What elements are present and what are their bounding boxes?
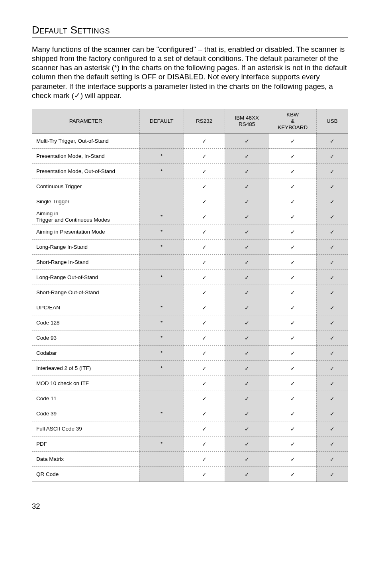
rs232-cell: ✓ bbox=[184, 209, 225, 224]
ibm-cell: ✓ bbox=[225, 421, 269, 437]
parameter-cell: Presentation Mode, Out-of-Stand bbox=[32, 164, 140, 179]
kbw-cell: ✓ bbox=[269, 270, 316, 285]
usb-cell: ✓ bbox=[316, 224, 348, 240]
rs232-cell: ✓ bbox=[184, 300, 225, 315]
kbw-cell: ✓ bbox=[269, 376, 316, 391]
usb-cell: ✓ bbox=[316, 300, 348, 315]
default-cell: * bbox=[139, 240, 184, 255]
table-row: Long-Range In-Stand*✓✓✓✓ bbox=[32, 240, 348, 255]
parameter-cell: MOD 10 check on ITF bbox=[32, 376, 140, 391]
kbw-cell: ✓ bbox=[269, 255, 316, 270]
page-title: Default Settings bbox=[32, 24, 348, 36]
kbw-cell: ✓ bbox=[269, 346, 316, 361]
rs232-cell: ✓ bbox=[184, 452, 225, 467]
default-cell bbox=[139, 255, 184, 270]
page-number: 32 bbox=[32, 502, 348, 511]
intro-paragraph: Many functions of the scanner can be "co… bbox=[32, 45, 348, 100]
parameter-cell: Short-Range In-Stand bbox=[32, 255, 140, 270]
ibm-cell: ✓ bbox=[225, 376, 269, 391]
usb-cell: ✓ bbox=[316, 437, 348, 452]
kbw-cell: ✓ bbox=[269, 209, 316, 224]
usb-cell: ✓ bbox=[316, 179, 348, 194]
parameter-cell: Aiming inTrigger and Continuous Modes bbox=[32, 209, 140, 224]
rs232-cell: ✓ bbox=[184, 437, 225, 452]
rs232-cell: ✓ bbox=[184, 224, 225, 240]
usb-cell: ✓ bbox=[316, 376, 348, 391]
kbw-cell: ✓ bbox=[269, 164, 316, 179]
rs232-cell: ✓ bbox=[184, 361, 225, 376]
ibm-cell: ✓ bbox=[225, 467, 269, 482]
ibm-cell: ✓ bbox=[225, 224, 269, 240]
usb-cell: ✓ bbox=[316, 346, 348, 361]
parameter-cell: Presentation Mode, In-Stand bbox=[32, 149, 140, 164]
usb-cell: ✓ bbox=[316, 270, 348, 285]
rs232-cell: ✓ bbox=[184, 406, 225, 421]
table-row: MOD 10 check on ITF✓✓✓✓ bbox=[32, 376, 348, 391]
usb-cell: ✓ bbox=[316, 149, 348, 164]
table-row: PDF*✓✓✓✓ bbox=[32, 437, 348, 452]
default-cell: * bbox=[139, 406, 184, 421]
table-row: Codabar*✓✓✓✓ bbox=[32, 346, 348, 361]
usb-cell: ✓ bbox=[316, 134, 348, 149]
ibm-cell: ✓ bbox=[225, 406, 269, 421]
table-row: Code 128*✓✓✓✓ bbox=[32, 315, 348, 330]
kbw-cell: ✓ bbox=[269, 330, 316, 346]
default-cell: * bbox=[139, 437, 184, 452]
usb-cell: ✓ bbox=[316, 391, 348, 406]
col-parameter: PARAMETER bbox=[32, 109, 140, 134]
default-cell: * bbox=[139, 164, 184, 179]
ibm-cell: ✓ bbox=[225, 300, 269, 315]
default-cell: * bbox=[139, 330, 184, 346]
parameter-cell: Code 93 bbox=[32, 330, 140, 346]
table-row: Multi-Try Trigger, Out-of-Stand✓✓✓✓ bbox=[32, 134, 348, 149]
default-cell bbox=[139, 285, 184, 300]
kbw-cell: ✓ bbox=[269, 179, 316, 194]
table-row: Interleaved 2 of 5 (ITF)*✓✓✓✓ bbox=[32, 361, 348, 376]
default-cell bbox=[139, 376, 184, 391]
default-cell bbox=[139, 179, 184, 194]
default-cell: * bbox=[139, 270, 184, 285]
default-cell bbox=[139, 421, 184, 437]
col-rs232: RS232 bbox=[184, 109, 225, 134]
ibm-cell: ✓ bbox=[225, 391, 269, 406]
ibm-cell: ✓ bbox=[225, 255, 269, 270]
parameter-cell: Code 39 bbox=[32, 406, 140, 421]
usb-cell: ✓ bbox=[316, 467, 348, 482]
kbw-cell: ✓ bbox=[269, 452, 316, 467]
ibm-cell: ✓ bbox=[225, 315, 269, 330]
header-row: PARAMETER DEFAULT RS232 IBM 46XXRS485 KB… bbox=[32, 109, 348, 134]
ibm-cell: ✓ bbox=[225, 361, 269, 376]
default-cell bbox=[139, 134, 184, 149]
usb-cell: ✓ bbox=[316, 285, 348, 300]
rs232-cell: ✓ bbox=[184, 346, 225, 361]
default-cell: * bbox=[139, 209, 184, 224]
table-row: Long-Range Out-of-Stand*✓✓✓✓ bbox=[32, 270, 348, 285]
default-cell: * bbox=[139, 300, 184, 315]
table-row: Presentation Mode, In-Stand*✓✓✓✓ bbox=[32, 149, 348, 164]
ibm-cell: ✓ bbox=[225, 270, 269, 285]
kbw-cell: ✓ bbox=[269, 421, 316, 437]
parameter-cell: Code 128 bbox=[32, 315, 140, 330]
ibm-cell: ✓ bbox=[225, 437, 269, 452]
kbw-cell: ✓ bbox=[269, 300, 316, 315]
usb-cell: ✓ bbox=[316, 194, 348, 209]
usb-cell: ✓ bbox=[316, 255, 348, 270]
usb-cell: ✓ bbox=[316, 164, 348, 179]
rs232-cell: ✓ bbox=[184, 467, 225, 482]
rs232-cell: ✓ bbox=[184, 149, 225, 164]
rs232-cell: ✓ bbox=[184, 134, 225, 149]
kbw-cell: ✓ bbox=[269, 194, 316, 209]
table-row: Code 93*✓✓✓✓ bbox=[32, 330, 348, 346]
table-row: UPC/EAN*✓✓✓✓ bbox=[32, 300, 348, 315]
parameter-cell: Aiming in Presentation Mode bbox=[32, 224, 140, 240]
parameter-cell: Multi-Try Trigger, Out-of-Stand bbox=[32, 134, 140, 149]
default-cell bbox=[139, 391, 184, 406]
ibm-cell: ✓ bbox=[225, 240, 269, 255]
table-row: QR Code✓✓✓✓ bbox=[32, 467, 348, 482]
table-row: Short-Range In-Stand✓✓✓✓ bbox=[32, 255, 348, 270]
parameter-cell: Interleaved 2 of 5 (ITF) bbox=[32, 361, 140, 376]
rs232-cell: ✓ bbox=[184, 240, 225, 255]
rs232-cell: ✓ bbox=[184, 255, 225, 270]
table-row: Aiming inTrigger and Continuous Modes*✓✓… bbox=[32, 209, 348, 224]
kbw-cell: ✓ bbox=[269, 134, 316, 149]
